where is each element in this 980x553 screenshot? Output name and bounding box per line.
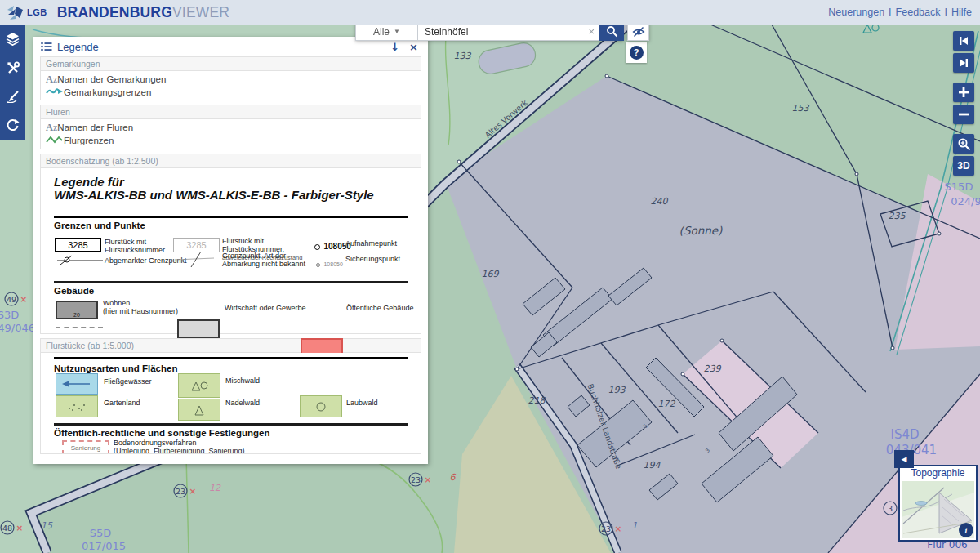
- svg-text:×: ×: [20, 294, 28, 304]
- layers-button[interactable]: [0, 25, 25, 53]
- map-label: 049/046: [0, 322, 35, 334]
- gartenland-label: Gartenland: [104, 399, 140, 407]
- refresh-icon: [7, 118, 20, 132]
- overview-collapse-button[interactable]: ◀: [894, 450, 914, 468]
- flurstueck-symbol: 3285: [55, 238, 101, 252]
- survey-marker: 23×: [409, 473, 431, 486]
- map-label: 15: [41, 520, 53, 531]
- aufnahmepunkt-label: Aufnahmepunkt: [345, 239, 397, 248]
- top-bar: LGB BRANDENBURGVIEWER NeuerungenIFeedbac…: [0, 0, 980, 25]
- map-label: 153: [792, 103, 810, 114]
- legend-item-label: Flurgrenzen: [64, 136, 114, 145]
- survey-marker: 49×: [5, 292, 27, 305]
- grenzpunkt-symbol: [56, 253, 105, 270]
- legend-section-bodenschaetzung: Bodenschätzung (ab 1:2.500) Legende für …: [40, 154, 421, 334]
- magnifier-plus-icon: [957, 137, 971, 151]
- legend-section-flurstuecke: Flurstücke (ab 1:5.000) Nutzungsarten un…: [40, 338, 421, 454]
- grenzpunkt-unbekannt-symbol: [173, 250, 216, 273]
- svg-text:×: ×: [16, 523, 24, 533]
- lgb-logo[interactable]: LGB: [7, 4, 47, 20]
- alkis-title-line1: Legende für: [54, 176, 124, 189]
- refresh-button[interactable]: [0, 110, 25, 139]
- nadelwald-symbol: [178, 399, 220, 421]
- help-button[interactable]: ?: [626, 42, 647, 63]
- map-label: 239: [704, 363, 722, 374]
- legend-item-label: Namen der Gemarkungen: [57, 74, 166, 84]
- 3d-view-button[interactable]: 3D: [953, 156, 974, 176]
- tools-icon: [7, 61, 20, 74]
- mischwald-label: Mischwald: [225, 377, 260, 385]
- previous-extent-button[interactable]: [953, 31, 974, 51]
- alkis-legend-graphic: Legende für WMS-ALKIS-BB und WMS-ALKIS-E…: [41, 168, 421, 333]
- overview-info-button[interactable]: i: [959, 523, 973, 537]
- question-mark-icon: ?: [630, 46, 644, 60]
- wohnen-label: Wohnen(hier mit Hausnummer): [103, 299, 178, 315]
- legend-item-label: Namen der Fluren: [57, 123, 133, 132]
- nadelwald-label: Nadelwald: [225, 399, 260, 407]
- svg-text:×: ×: [425, 475, 432, 484]
- map-label: (Sonne): [679, 224, 724, 237]
- zigzag-line-icon: [46, 135, 64, 146]
- legend-item: Flurgrenzen: [41, 134, 421, 147]
- search-button[interactable]: [599, 22, 624, 41]
- close-panel-button[interactable]: ×: [407, 41, 421, 53]
- legend-item: Az Namen der Gemarkungen: [41, 73, 421, 86]
- link-separator: I: [945, 7, 947, 18]
- wirtschaft-label: Wirtschaft oder Gewerbe: [225, 304, 306, 312]
- legend-title: Legende: [57, 41, 99, 53]
- az-icon: Az: [46, 74, 57, 86]
- skip-back-icon: [957, 35, 970, 47]
- map-label: 193: [608, 385, 626, 395]
- festlegungen-header: Öffentlich-rechtliche und sonstige Festl…: [54, 428, 270, 438]
- next-extent-button[interactable]: [953, 53, 974, 73]
- zoom-in-button[interactable]: [953, 83, 974, 102]
- map-controls: 3D: [953, 31, 974, 178]
- search-category-select[interactable]: Alle ▼: [355, 22, 418, 41]
- search-field-wrap: ×: [418, 22, 599, 41]
- search-category-value: Alle: [373, 26, 390, 38]
- section-header[interactable]: Gemarkungen: [41, 57, 421, 71]
- logo-text: LGB: [27, 7, 47, 17]
- zoom-out-button[interactable]: [953, 105, 974, 124]
- sanierung-symbol: Sanierung: [62, 440, 109, 453]
- app-title-bold: BRANDENBURG: [57, 4, 172, 20]
- map-label: IS4D: [890, 427, 919, 442]
- overview-map-widget[interactable]: Topographie i: [898, 465, 978, 542]
- alkis-title-line2: WMS-ALKIS-BB und WMS-ALKIS-E-BB - Farbig…: [54, 189, 374, 202]
- link-neuerungen[interactable]: Neuerungen: [828, 7, 884, 18]
- clear-search-icon[interactable]: ×: [588, 25, 595, 38]
- link-feedback[interactable]: Feedback: [896, 7, 941, 18]
- zoom-box-button[interactable]: [953, 134, 974, 154]
- eagle-icon: [7, 4, 24, 20]
- map-label: 1: [632, 520, 638, 531]
- draw-measure-button[interactable]: [0, 82, 25, 110]
- survey-marker: 23×: [174, 484, 196, 497]
- tools-button[interactable]: [0, 53, 25, 82]
- svg-text:23: 23: [176, 487, 185, 496]
- gartenland-symbol: [56, 395, 98, 417]
- map-label: S15D: [945, 181, 973, 193]
- link-separator: I: [889, 7, 891, 18]
- flurstuecke-legend-graphic: Nutzungsarten und Flächen Fließgewässer …: [41, 353, 421, 453]
- map-label: S5D: [90, 527, 112, 539]
- collapse-arrow-icon: ◀: [902, 455, 907, 463]
- minus-icon: [958, 109, 969, 120]
- section-header[interactable]: Fluren: [41, 105, 421, 119]
- app-title: BRANDENBURGVIEWER: [57, 4, 229, 21]
- laubwald-symbol: [300, 395, 342, 417]
- svg-text:23: 23: [601, 524, 611, 533]
- map-label: S3D: [0, 309, 19, 321]
- section-header[interactable]: Flurstücke (ab 1:5.000): [41, 339, 421, 353]
- map-label: 172: [658, 399, 676, 409]
- survey-marker: 48×: [1, 521, 23, 534]
- search-input[interactable]: [418, 23, 599, 40]
- bodenordnung-label: Bodenordnungsverfahren(Umlegung, Flurber…: [114, 439, 245, 453]
- section-header[interactable]: Bodenschätzung (ab 1:2.500): [41, 154, 421, 168]
- minimize-panel-button[interactable]: ↓: [388, 41, 402, 53]
- link-hilfe[interactable]: Hilfe: [951, 7, 972, 18]
- fliessgewaesser-symbol: [56, 373, 98, 395]
- wohnen-symbol: 20: [56, 301, 98, 319]
- hide-marker-button[interactable]: [627, 22, 649, 41]
- legend-section-fluren: Fluren Az Namen der Fluren Flurgrenzen: [40, 105, 421, 149]
- search-icon: [606, 25, 618, 38]
